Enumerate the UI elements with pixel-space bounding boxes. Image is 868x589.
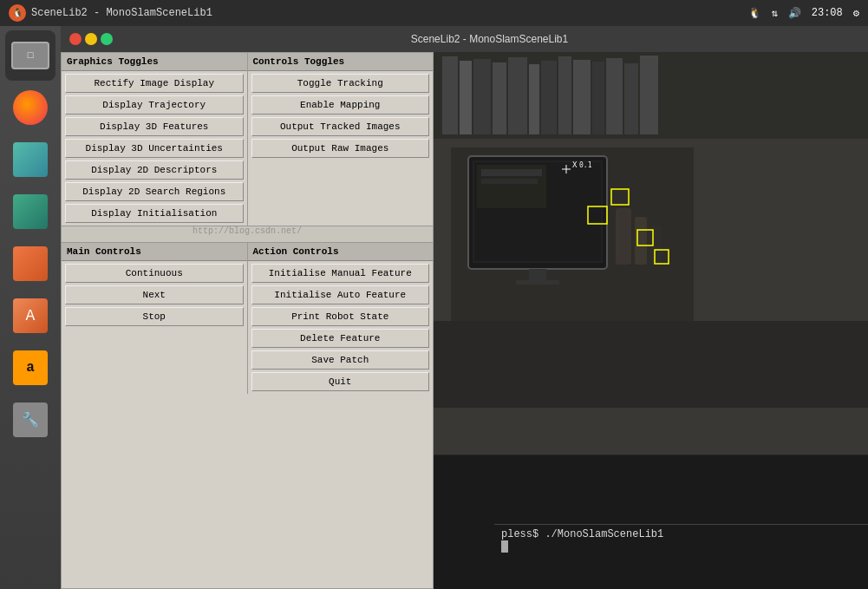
system-bar-icon-settings: ⚙ <box>853 7 859 20</box>
controls-toggles-header: Controls Toggles <box>248 53 434 71</box>
action-controls-col: Action Controls Initialise Manual Featur… <box>248 243 434 394</box>
graphics-toggles-header: Graphics Toggles <box>62 53 247 71</box>
initialise-auto-feature-button[interactable]: Initialise Auto Feature <box>251 285 430 304</box>
sidebar-item-amazon[interactable]: a <box>5 343 55 393</box>
close-button[interactable] <box>69 33 82 45</box>
graphics-toggles-col: Graphics Toggles Rectify Image Display D… <box>62 53 248 226</box>
controls-toggles-col: Controls Toggles Toggle Tracking Enable … <box>248 53 434 226</box>
display-trajectory-button[interactable]: Display Trajectory <box>65 95 244 115</box>
stop-button[interactable]: Stop <box>65 307 244 326</box>
rectify-image-display-button[interactable]: Rectify Image Display <box>65 74 244 93</box>
content-area: Graphics Toggles Rectify Image Display D… <box>61 52 868 589</box>
enable-mapping-button[interactable]: Enable Mapping <box>251 95 430 115</box>
window-controls <box>69 33 113 45</box>
system-bar-left: 🐧 SceneLib2 - MonoSlamSceneLib1 <box>9 4 212 22</box>
svg-rect-11 <box>573 60 591 134</box>
system-bar: 🐧 SceneLib2 - MonoSlamSceneLib1 🐧 ⇅ 🔊 23… <box>0 0 868 26</box>
terminal-cursor <box>501 540 508 553</box>
amazon-icon: a <box>13 350 48 385</box>
settings-icon: 🔧 <box>13 402 48 437</box>
bottom-panel-row: Main Controls Continuous Next Stop Actio… <box>62 243 433 394</box>
svg-rect-24 <box>516 280 559 285</box>
continuous-button[interactable]: Continuous <box>65 264 244 283</box>
initialise-manual-feature-button[interactable]: Initialise Manual Feature <box>251 264 430 283</box>
app-window: SceneLib2 - MonoSlamSceneLib1 Graphics T… <box>61 26 868 589</box>
sidebar-item-appcenter[interactable]: A <box>5 291 55 341</box>
display-2d-descriptors-button[interactable]: Display 2D Descriptors <box>65 160 244 180</box>
svg-rect-4 <box>460 61 472 134</box>
firefox-icon <box>13 90 48 125</box>
display-3d-features-button[interactable]: Display 3D Features <box>65 117 244 136</box>
presentation-icon <box>13 246 48 281</box>
svg-rect-23 <box>529 269 546 282</box>
svg-rect-21 <box>481 169 542 176</box>
display-2d-search-regions-button[interactable]: Display 2D Search Regions <box>65 182 244 201</box>
window-manager-icon: □ <box>11 42 49 69</box>
camera-image-svg: X 0.1 <box>434 52 868 589</box>
sidebar-item-files[interactable] <box>5 134 55 185</box>
sidebar-item-spreadsheet[interactable] <box>5 187 55 237</box>
main-controls-header: Main Controls <box>62 243 247 261</box>
sidebar-item-firefox[interactable] <box>5 82 55 133</box>
control-panel: Graphics Toggles Rectify Image Display D… <box>61 52 434 589</box>
sidebar: □ A a 🔧 <box>0 26 61 589</box>
svg-rect-8 <box>529 64 539 134</box>
svg-rect-25 <box>616 208 631 265</box>
window-title: SceneLib2 - MonoSlamSceneLib1 <box>120 33 859 45</box>
toggle-tracking-button[interactable]: Toggle Tracking <box>251 74 430 93</box>
next-button[interactable]: Next <box>65 285 244 304</box>
svg-rect-15 <box>640 56 658 134</box>
output-tracked-images-button[interactable]: Output Tracked Images <box>251 117 430 136</box>
system-bar-app-name: SceneLib2 - MonoSlamSceneLib1 <box>31 7 212 19</box>
appcenter-icon: A <box>13 298 48 333</box>
watermark-area: http://blog.csdn.net/ <box>62 226 433 243</box>
system-bar-icon-network: ⇅ <box>772 7 778 20</box>
spreadsheet-icon <box>13 194 48 229</box>
svg-rect-13 <box>606 58 623 134</box>
top-panel-row: Graphics Toggles Rectify Image Display D… <box>62 53 433 226</box>
system-bar-time: 23:08 <box>812 7 843 19</box>
svg-rect-3 <box>442 56 458 134</box>
svg-rect-12 <box>592 62 604 134</box>
output-raw-images-button[interactable]: Output Raw Images <box>251 139 430 158</box>
system-bar-right: 🐧 ⇅ 🔊 23:08 ⚙ <box>748 7 859 20</box>
svg-rect-7 <box>508 57 527 134</box>
sidebar-item-window-manager[interactable]: □ <box>5 30 55 81</box>
action-controls-header: Action Controls <box>248 243 434 261</box>
terminal-area: pless$ ./MonoSlamSceneLib1 <box>494 524 868 589</box>
svg-rect-10 <box>558 56 571 134</box>
main-layout: □ A a 🔧 Sc <box>0 26 868 589</box>
display-3d-uncertainties-button[interactable]: Display 3D Uncertainties <box>65 139 244 158</box>
display-initialisation-button[interactable]: Display Initialisation <box>65 204 244 223</box>
camera-view: X 0.1 pless$ ./MonoSlamSceneLib1 <box>434 52 868 589</box>
save-patch-button[interactable]: Save Patch <box>251 350 430 370</box>
terminal-cursor-line <box>501 540 861 553</box>
minimize-button[interactable] <box>85 33 97 45</box>
main-controls-col: Main Controls Continuous Next Stop <box>62 243 248 394</box>
svg-rect-6 <box>493 62 506 134</box>
delete-feature-button[interactable]: Delete Feature <box>251 329 430 348</box>
system-bar-icon-sound: 🔊 <box>788 7 801 20</box>
maximize-button[interactable] <box>101 33 113 45</box>
sidebar-item-settings[interactable]: 🔧 <box>5 395 55 445</box>
svg-text:X: X <box>572 160 578 169</box>
svg-rect-14 <box>624 63 638 134</box>
ubuntu-logo-icon[interactable]: 🐧 <box>9 4 26 22</box>
svg-rect-22 <box>481 179 538 184</box>
svg-text:0.1: 0.1 <box>579 161 592 169</box>
quit-button[interactable]: Quit <box>251 372 430 391</box>
svg-rect-26 <box>635 217 647 265</box>
svg-rect-5 <box>473 59 491 134</box>
system-bar-icon-ubuntu: 🐧 <box>748 7 761 20</box>
files-icon <box>13 142 48 177</box>
svg-rect-36 <box>434 321 868 408</box>
terminal-line-1: pless$ ./MonoSlamSceneLib1 <box>501 528 861 540</box>
print-robot-state-button[interactable]: Print Robot State <box>251 307 430 326</box>
sidebar-item-presentation[interactable] <box>5 239 55 289</box>
title-bar: SceneLib2 - MonoSlamSceneLib1 <box>61 26 868 52</box>
watermark-text: http://blog.csdn.net/ <box>193 226 302 236</box>
svg-rect-9 <box>541 61 557 134</box>
